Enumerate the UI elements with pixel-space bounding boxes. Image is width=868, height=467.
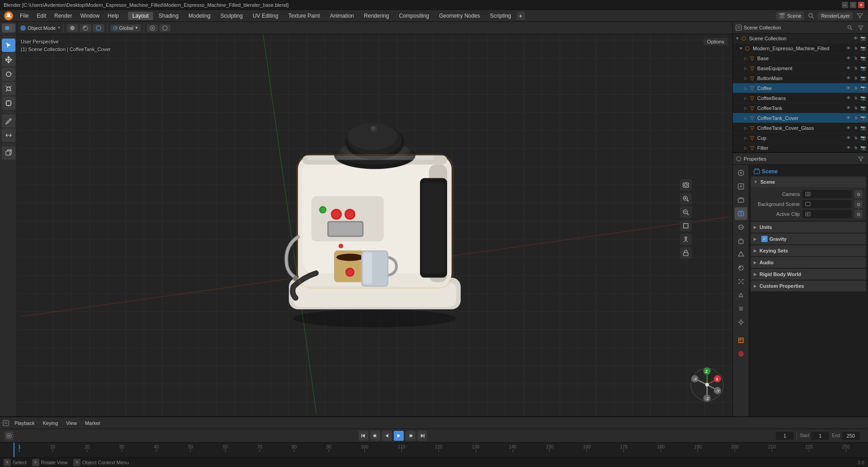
tab-sculpting[interactable]: Sculpting [216,12,247,20]
properties-filter-button[interactable] [856,154,865,163]
tab-rendering[interactable]: Rendering [359,12,393,20]
select-icon[interactable]: 🖱 [853,115,859,121]
select-icon[interactable]: 🖱 [853,105,859,111]
tab-uv-editing[interactable]: UV Editing [248,12,283,20]
transform-orientation[interactable]: Global ▼ [110,24,141,32]
tab-shading[interactable]: Shading [154,12,183,20]
mesh-tab[interactable] [735,248,747,261]
visibility-icon[interactable]: 👁 [845,115,852,121]
bg-scene-selector-button[interactable]: ⊙ [854,200,863,208]
render-icon[interactable]: 📷 [860,105,866,111]
render-menu[interactable]: Render [51,12,75,20]
file-menu[interactable]: File [16,12,32,20]
navigation-gizmo[interactable]: X -X -Y Z -Z [689,367,725,403]
window-menu[interactable]: Window [76,12,103,20]
keying-menu[interactable]: Keying [40,419,61,427]
play-reverse-button[interactable] [382,431,392,441]
select-icon[interactable]: 🖱 [853,75,859,81]
edit-menu[interactable]: Edit [33,12,50,20]
visibility-icon[interactable]: 👁 [845,55,852,62]
tab-scripting[interactable]: Scripting [486,12,516,20]
snap-toggle[interactable] [147,24,158,32]
step-back-button[interactable] [370,431,380,441]
camera-value[interactable] [802,190,852,198]
filter-button[interactable] [855,11,864,20]
render-icon[interactable]: 📷 [860,145,866,151]
clip-selector-button[interactable]: ⊙ [854,210,863,218]
annotate-tool[interactable] [2,114,15,128]
visibility-icon[interactable]: 👁 [845,45,852,52]
current-frame-input[interactable]: 1 [776,432,794,440]
background-scene-value[interactable] [802,200,852,208]
visibility-icon[interactable]: 👁 [845,95,852,101]
gravity-checkbox[interactable] [761,236,768,242]
options-label[interactable]: Options [703,38,728,45]
outliner-search-button[interactable] [845,23,854,32]
zoom-out-button[interactable] [680,206,692,218]
measure-tool[interactable] [2,129,15,142]
visibility-icon[interactable]: 👁 [845,85,852,91]
add-cube-tool[interactable] [2,146,15,160]
playback-menu[interactable]: Playback [12,419,38,427]
tab-texture-paint[interactable]: Texture Paint [284,12,325,20]
material-tab[interactable] [735,262,747,274]
select-icon[interactable]: 🖱 [853,55,859,62]
jump-to-start-button[interactable] [359,431,368,441]
3d-viewport[interactable]: Object Mode ▼ Global ▼ [17,22,732,416]
constraints-tab[interactable] [735,302,747,315]
minimize-button[interactable]: ─ [842,2,848,8]
visibility-icon[interactable]: 👁 [845,65,852,71]
viewport-options-button[interactable]: Options [703,38,728,45]
viewport-shading-solid[interactable] [66,24,78,32]
timeline-scrubber[interactable]: 1 10 20 30 40 [0,443,868,457]
tab-compositing[interactable]: Compositing [394,12,434,20]
viewport-shading-material[interactable] [80,24,91,32]
scale-tool[interactable] [2,82,15,95]
visibility-icon[interactable]: 👁 [845,145,852,151]
move-tool[interactable] [2,53,15,67]
outliner-item-base[interactable]: ▷ ▽ Base 👁 🖱 📷 [733,53,868,63]
outliner-filter-button[interactable] [856,23,865,32]
tab-geometry-nodes[interactable]: Geometry Nodes [434,12,485,20]
scene-section-header[interactable]: ▼ Scene [751,176,866,187]
render-icon[interactable]: 📷 [860,75,866,81]
render-tab[interactable] [735,167,747,179]
transform-tool[interactable] [2,96,15,110]
add-workspace-button[interactable]: + [517,12,525,20]
render-icon[interactable]: 📷 [860,115,866,121]
render-icon[interactable]: 📷 [860,35,866,42]
proportional-edit[interactable] [160,24,170,32]
select-icon[interactable]: 🖱 [853,135,859,141]
outliner-item-collection[interactable]: ▼ ⬡ Modern_Espresso_Machine_Filled 👁 🖱 📷 [733,43,868,53]
viewport-shading-rendered[interactable] [93,24,104,32]
outliner-item-baseequipment[interactable]: ▷ ▽ BaseEquipment 👁 🖱 📷 [733,63,868,73]
outliner-item-buttonmain[interactable]: ▷ ▽ ButtonMain 👁 🖱 📷 [733,73,868,83]
world-tab[interactable] [735,221,747,234]
render-icon[interactable]: 📷 [860,125,866,131]
blender-logo[interactable] [4,11,14,21]
outliner-item-coffeetankcoverglass[interactable]: ▷ ▽ CoffeeTank_Cover_Glass 👁 🖱 📷 [733,123,868,133]
render-icon[interactable]: 📷 [860,65,866,71]
audio-section-header[interactable]: ▶ Audio [751,257,866,268]
custom-properties-header[interactable]: ▶ Custom Properties [751,281,866,291]
marker-menu[interactable]: Marker [82,419,103,427]
cursor-tool[interactable] [2,38,15,52]
rotate-tool[interactable] [2,67,15,81]
outliner-item-filter[interactable]: ▷ ▽ Filter 👁 🖱 📷 [733,143,868,152]
modifier-tab[interactable] [735,316,747,329]
viewport-mode-selector[interactable]: Object Mode ▼ [20,25,61,31]
view-layer-tab[interactable] [735,194,747,206]
particles-tab[interactable] [735,275,747,288]
help-menu[interactable]: Help [104,12,123,20]
walk-mode-button[interactable] [680,234,692,245]
render-icon[interactable]: 📷 [860,135,866,141]
select-icon[interactable]: 🖱 [853,45,859,52]
physics-tab[interactable] [735,289,747,301]
visibility-icon[interactable]: 👁 [845,105,852,111]
outliner-item-cup[interactable]: ▷ ▽ Cup 👁 🖱 📷 [733,133,868,143]
camera-view-button[interactable] [680,179,692,191]
maximize-button[interactable]: □ [850,2,856,8]
zoom-in-button[interactable] [680,193,692,205]
output-tab[interactable] [735,180,747,193]
tab-layout[interactable]: Layout [128,12,153,20]
